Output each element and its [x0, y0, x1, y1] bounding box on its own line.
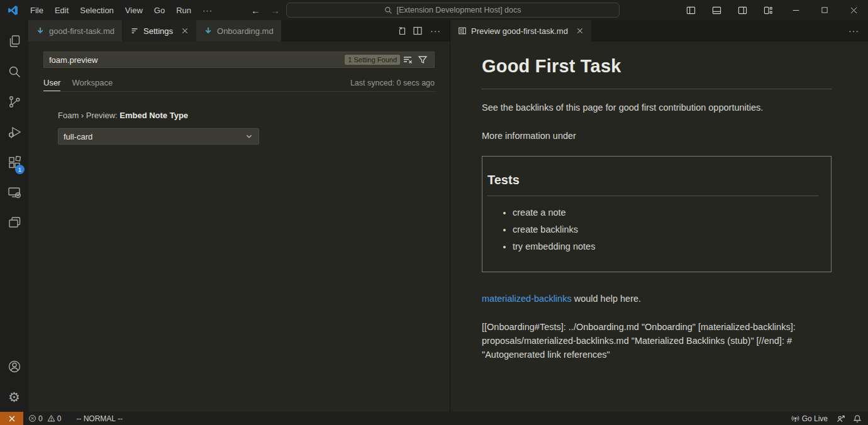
filter-settings-icon[interactable] [415, 55, 430, 65]
remote-indicator[interactable] [0, 412, 23, 425]
title-bar: File Edit Selection View Go Run ··· ← → … [0, 0, 868, 20]
scope-tab-user[interactable]: User [43, 74, 60, 91]
menu-run[interactable]: Run [170, 6, 197, 15]
setting-category: Foam › Preview: [58, 111, 120, 120]
close-tab-icon[interactable] [576, 27, 584, 35]
chevron-down-icon [245, 132, 253, 141]
tab-settings[interactable]: Settings [123, 20, 196, 41]
toggle-secondary-sidebar-icon[interactable] [730, 6, 755, 15]
notifications-bell-icon[interactable] [850, 412, 868, 425]
command-center-search[interactable]: [Extension Development Host] docs [286, 3, 620, 18]
select-value: full-card [64, 132, 92, 141]
settings-scope-tabs: User Workspace Last synced: 0 secs ago [43, 74, 435, 92]
preview-title: Good First Task [482, 53, 832, 89]
markdown-file-icon [36, 26, 45, 35]
settings-gear-icon[interactable]: ⚙ [0, 382, 28, 412]
link-suffix: would help here. [572, 294, 641, 304]
settings-editor: 1 Setting Found User Workspace Last sync… [28, 41, 450, 412]
clear-search-results-icon[interactable] [400, 55, 415, 65]
search-icon [384, 6, 392, 14]
markdown-preview: Good First Task See the backlinks of thi… [450, 41, 868, 412]
preview-intro: See the backlinks of this page for good … [482, 101, 832, 115]
close-tab-icon[interactable] [181, 27, 189, 35]
more-actions-icon[interactable]: ··· [428, 26, 443, 36]
remote-explorer-icon[interactable] [0, 177, 28, 207]
setting-name: Embed Note Type [120, 111, 188, 120]
link-references-text: [[Onboarding#Tests]: ../Onboarding.md "O… [482, 321, 832, 362]
tab-label: Onboarding.md [217, 26, 274, 36]
windows-panel-icon[interactable] [0, 207, 28, 238]
command-center-label: [Extension Development Host] docs [396, 6, 521, 14]
feedback-icon[interactable] [832, 412, 850, 425]
tab-good-first-task[interactable]: good-first-task.md [28, 20, 122, 41]
tab-preview-good-first-task[interactable]: Preview good-first-task.md [450, 20, 591, 41]
menu-view[interactable]: View [120, 6, 148, 15]
embedded-note-title: Tests [487, 170, 818, 196]
go-live-label: Go Live [802, 414, 828, 423]
split-editor-icon[interactable] [413, 26, 423, 36]
settings-editor-icon [130, 26, 139, 35]
maximize-button[interactable] [810, 0, 839, 20]
toggle-primary-sidebar-icon[interactable] [678, 6, 704, 15]
list-item: try embedding notes [513, 240, 818, 254]
open-preview-icon [458, 26, 467, 35]
warnings-icon [47, 414, 55, 422]
extensions-badge: 1 [15, 165, 25, 174]
tab-label: good-first-task.md [49, 26, 114, 36]
last-synced-label: Last synced: 0 secs ago [350, 79, 435, 87]
nav-forward-icon: → [270, 5, 280, 16]
menu-go[interactable]: Go [148, 6, 170, 15]
errors-icon [28, 414, 36, 422]
close-window-button[interactable] [839, 0, 868, 20]
customize-layout-icon[interactable] [755, 6, 781, 15]
vscode-logo-icon [8, 5, 18, 16]
tab-label: Settings [143, 26, 173, 36]
embedded-note-card: Tests create a note create backlinks try… [482, 156, 832, 272]
menu-file[interactable]: File [25, 6, 49, 15]
backlinks-paragraph: materialized-backlinks would help here. [482, 292, 832, 306]
embed-note-type-select[interactable]: full-card [58, 128, 259, 145]
warnings-count: 0 [57, 414, 62, 423]
minimize-button[interactable] [781, 0, 810, 20]
embedded-note-list: create a note create backlinks try embed… [487, 206, 818, 253]
menu-selection[interactable]: Selection [74, 6, 119, 15]
errors-count: 0 [38, 414, 43, 423]
broadcast-icon [791, 414, 799, 422]
tab-label: Preview good-first-task.md [471, 26, 568, 36]
problems-status[interactable]: 0 0 [25, 412, 65, 425]
tab-bar-right: Preview good-first-task.md ··· [450, 20, 868, 41]
scope-tab-workspace[interactable]: Workspace [72, 74, 113, 91]
editor-group-left: good-first-task.md Settings Onboarding. [28, 20, 450, 412]
settings-count-badge: 1 Setting Found [345, 55, 400, 65]
toggle-panel-icon[interactable] [704, 6, 730, 15]
extensions-icon[interactable]: 1 [0, 147, 28, 177]
tab-bar-left: good-first-task.md Settings Onboarding. [28, 20, 450, 41]
settings-search-box[interactable]: 1 Setting Found [43, 52, 435, 68]
explorer-icon[interactable] [0, 26, 28, 57]
setting-embed-note-type: Foam › Preview: Embed Note Type full-car… [58, 111, 450, 145]
source-control-icon[interactable] [0, 87, 28, 117]
materialized-backlinks-link[interactable]: materialized-backlinks [482, 294, 572, 304]
status-bar: 0 0 -- NORMAL -- Go Live [0, 412, 868, 425]
list-item: create backlinks [513, 223, 818, 237]
open-settings-json-icon[interactable] [398, 26, 408, 36]
settings-search-input[interactable] [49, 55, 345, 65]
run-debug-icon[interactable] [0, 117, 28, 147]
preview-more-info: More information under [482, 130, 832, 143]
vim-mode-indicator: -- NORMAL -- [72, 412, 126, 425]
markdown-file-icon [204, 26, 213, 35]
accounts-icon[interactable] [0, 351, 28, 382]
nav-back-icon[interactable]: ← [251, 5, 260, 16]
menu-overflow[interactable]: ··· [197, 6, 218, 15]
search-sidebar-icon[interactable] [0, 57, 28, 87]
more-actions-icon[interactable]: ··· [846, 26, 862, 36]
activity-bar: 1 ⚙ [0, 20, 28, 412]
list-item: create a note [513, 206, 818, 220]
tab-onboarding[interactable]: Onboarding.md [196, 20, 281, 41]
menu-edit[interactable]: Edit [49, 6, 74, 15]
go-live-button[interactable]: Go Live [787, 412, 832, 425]
editor-group-right: Preview good-first-task.md ··· Good Firs… [450, 20, 868, 412]
